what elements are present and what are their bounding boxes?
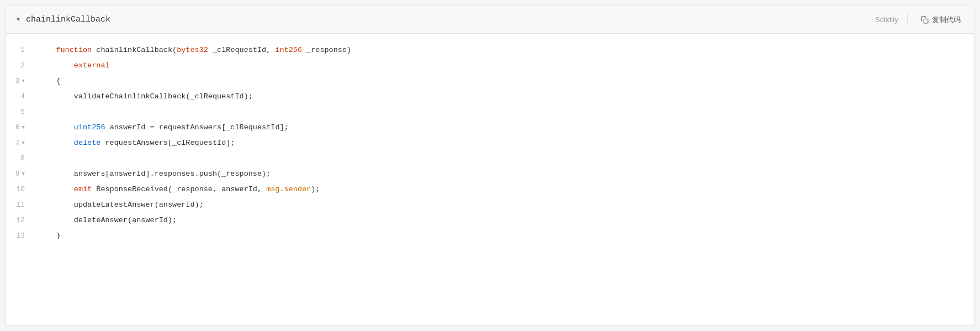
- line-number: 1: [6, 43, 34, 57]
- code-token: ResponseReceived(_response, answerId,: [92, 185, 266, 193]
- code-token: .: [279, 185, 284, 193]
- line-number-text: 13: [16, 229, 25, 243]
- fold-icon[interactable]: ▼: [22, 120, 25, 135]
- code-token: );: [311, 185, 320, 193]
- code-token: answers[answerId].responses.push(_respon…: [38, 170, 271, 178]
- line-content: function chainlinkCallback(bytes32 _clRe…: [34, 43, 974, 57]
- code-token: deleteAnswer(answerId);: [38, 216, 177, 224]
- code-line: 1 function chainlinkCallback(bytes32 _cl…: [6, 43, 974, 58]
- code-line: 13 }: [6, 228, 974, 244]
- line-number: 12: [6, 213, 34, 228]
- fold-icon[interactable]: ▼: [22, 74, 25, 88]
- code-token: {: [38, 77, 61, 85]
- code-token: sender: [284, 185, 311, 193]
- line-number-text: 10: [16, 182, 25, 197]
- code-token: chainlinkCallback(: [92, 46, 177, 54]
- line-number: 4: [6, 90, 34, 104]
- code-token: function: [56, 46, 92, 54]
- line-number-text: 2: [20, 59, 25, 73]
- copy-button[interactable]: 复制代码: [917, 13, 965, 27]
- line-number: 7▼: [6, 136, 34, 150]
- code-line: 4 validateChainlinkCallback(_clRequestId…: [6, 89, 974, 104]
- line-content: updateLatestAnswer(answerId);: [34, 198, 974, 212]
- line-content: deleteAnswer(answerId);: [34, 213, 974, 228]
- function-title: chainlinkCallback: [26, 15, 110, 24]
- line-content: external: [34, 59, 974, 73]
- code-body: 1 function chainlinkCallback(bytes32 _cl…: [6, 34, 974, 253]
- line-number-text: 12: [16, 213, 25, 228]
- copy-label: 复制代码: [932, 15, 961, 25]
- code-line: 8: [6, 151, 974, 166]
- code-token: msg: [266, 185, 279, 193]
- fold-icon[interactable]: ▼: [22, 136, 25, 150]
- language-label: Solidity: [875, 15, 898, 24]
- line-number: 3▼: [6, 74, 34, 88]
- code-token: updateLatestAnswer(answerId);: [38, 201, 204, 209]
- code-line: 5: [6, 104, 974, 120]
- code-line: 2 external: [6, 58, 974, 73]
- line-number: 2: [6, 59, 34, 73]
- code-token: delete: [74, 139, 101, 147]
- line-content: answers[answerId].responses.push(_respon…: [34, 167, 974, 181]
- code-token: [38, 139, 74, 147]
- line-content: }: [34, 229, 974, 243]
- line-number-text: 1: [20, 43, 25, 57]
- code-line: 12 deleteAnswer(answerId);: [6, 213, 974, 228]
- code-header-left: ▼ chainlinkCallback: [15, 15, 110, 24]
- line-number: 5: [6, 105, 34, 119]
- line-number-text: 7: [15, 136, 20, 150]
- code-line: 11 updateLatestAnswer(answerId);: [6, 197, 974, 213]
- line-number-text: 11: [16, 198, 25, 212]
- line-content: {: [34, 74, 974, 88]
- line-content: [34, 151, 974, 166]
- code-token: _response): [302, 46, 351, 54]
- code-line: 10 emit ResponseReceived(_response, answ…: [6, 182, 974, 197]
- code-container: ▼ chainlinkCallback Solidity 复制代码 1 func…: [6, 6, 974, 326]
- code-line: 7▼ delete requestAnswers[_clRequestId];: [6, 135, 974, 151]
- line-content: uint256 answerId = requestAnswers[_clReq…: [34, 120, 974, 135]
- line-content: delete requestAnswers[_clRequestId];: [34, 136, 974, 150]
- code-header-right: Solidity 复制代码: [875, 13, 965, 27]
- code-token: int256: [275, 46, 302, 54]
- code-token: [38, 61, 74, 70]
- line-number: 6▼: [6, 120, 34, 135]
- copy-icon: [921, 16, 929, 24]
- line-number-text: 8: [20, 151, 25, 166]
- code-token: requestAnswers[_clRequestId];: [100, 139, 235, 147]
- line-content: emit ResponseReceived(_response, answerI…: [34, 182, 974, 197]
- code-token: answerId = requestAnswers[_clRequestId];: [105, 123, 289, 132]
- code-token: [38, 185, 74, 193]
- line-number: 8: [6, 151, 34, 166]
- header-divider: [907, 14, 908, 25]
- code-token: emit: [74, 185, 92, 193]
- code-token: _clRequestId,: [208, 46, 276, 54]
- fold-icon[interactable]: ▼: [22, 167, 25, 181]
- collapse-icon[interactable]: ▼: [15, 17, 22, 23]
- line-number: 11: [6, 198, 34, 212]
- code-token: uint256: [74, 123, 105, 132]
- code-token: validateChainlinkCallback(_clRequestId);: [38, 92, 253, 101]
- code-token: external: [74, 61, 110, 70]
- line-number-text: 9: [15, 167, 20, 181]
- code-header: ▼ chainlinkCallback Solidity 复制代码: [6, 6, 974, 34]
- line-number-text: 6: [15, 120, 20, 135]
- svg-rect-0: [924, 19, 928, 23]
- code-line: 3▼ {: [6, 73, 974, 89]
- line-number-text: 3: [15, 74, 20, 88]
- code-line: 6▼ uint256 answerId = requestAnswers[_cl…: [6, 120, 974, 135]
- code-token: }: [38, 232, 61, 240]
- code-token: [38, 46, 56, 54]
- line-content: [34, 105, 974, 119]
- line-number: 13: [6, 229, 34, 243]
- line-number: 10: [6, 182, 34, 197]
- line-content: validateChainlinkCallback(_clRequestId);: [34, 90, 974, 104]
- code-line: 9▼ answers[answerId].responses.push(_res…: [6, 166, 974, 182]
- code-token: bytes32: [177, 46, 208, 54]
- line-number: 9▼: [6, 167, 34, 181]
- line-number-text: 5: [20, 105, 25, 119]
- line-number-text: 4: [20, 90, 25, 104]
- code-token: [38, 123, 74, 132]
